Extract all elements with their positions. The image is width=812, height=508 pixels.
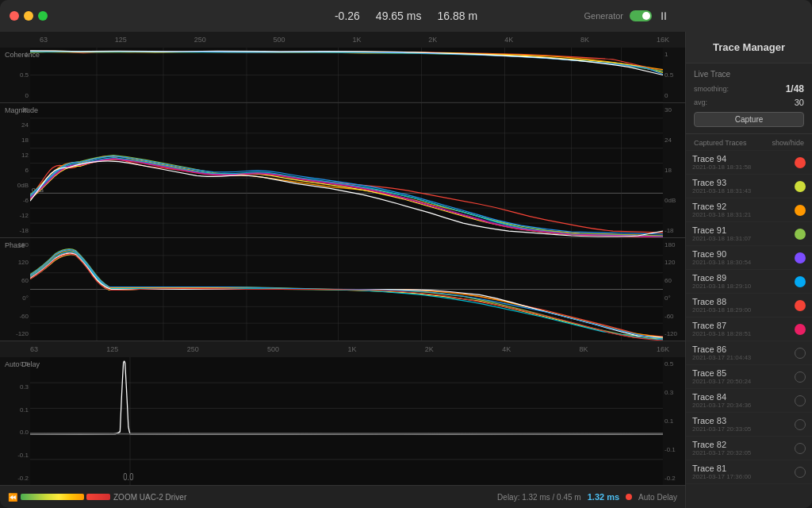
coherence-panel: Coherence 1 0.5 0 1 0.5 0 bbox=[0, 48, 685, 103]
phase-panel: Phase 180 120 60 0° -60 -120 180 120 60 … bbox=[0, 238, 685, 341]
status-bar: ⏪ ZOOM UAC-2 Driver Delay: 1.32 ms / 0.4… bbox=[0, 486, 685, 508]
close-button[interactable] bbox=[10, 11, 19, 21]
trace-name: Trace 90 bbox=[692, 249, 790, 259]
trace-color-dot[interactable] bbox=[795, 419, 806, 430]
live-trace-label: Live Trace bbox=[694, 70, 804, 79]
auto-delay-label: Auto Delay bbox=[638, 493, 677, 502]
freq-label-125: 125 bbox=[115, 36, 127, 44]
pause-button[interactable]: ⏸ bbox=[658, 10, 669, 22]
delay-y-axis-right: 0.5 0.3 0.1 -0.1 -0.2 bbox=[663, 357, 685, 485]
trace-color-dot[interactable] bbox=[795, 371, 806, 383]
trace-item[interactable]: Trace 942021-03-18 18:31:58 bbox=[686, 151, 812, 175]
maximize-button[interactable] bbox=[38, 11, 48, 21]
freq-labels-bottom: 63 125 250 500 1K 2K 4K 8K 16K bbox=[30, 345, 685, 353]
svg-rect-43 bbox=[30, 357, 663, 485]
trace-color-dot[interactable] bbox=[795, 205, 806, 216]
trace-item[interactable]: Trace 812021-03-17 17:36:00 bbox=[686, 460, 812, 484]
titlebar: -0.26 49.65 ms 16.88 m Generator ⏸ bbox=[0, 0, 812, 32]
status-delay-section: Delay: 1.32 ms / 0.45 m 1.32 ms Auto Del… bbox=[497, 492, 677, 502]
trace-date: 2021-03-18 18:31:07 bbox=[692, 235, 790, 242]
trace-color-dot[interactable] bbox=[795, 324, 806, 335]
freq-bot-1k: 1K bbox=[347, 345, 356, 353]
trace-color-dot[interactable] bbox=[795, 467, 806, 478]
trace-name: Trace 87 bbox=[692, 321, 790, 330]
delay-panel-label: Auto Delay bbox=[5, 360, 40, 368]
trace-item[interactable]: Trace 932021-03-18 18:31:43 bbox=[686, 175, 812, 198]
freq-label-250: 250 bbox=[194, 36, 206, 44]
smoothing-value: 1/48 bbox=[786, 83, 804, 94]
status-bar-left: ⏪ ZOOM UAC-2 Driver bbox=[8, 493, 186, 502]
trace-date: 2021-03-17 17:36:00 bbox=[692, 473, 790, 480]
freq-label-2k: 2K bbox=[428, 36, 437, 44]
trace-color-dot[interactable] bbox=[795, 276, 806, 287]
trace-color-dot[interactable] bbox=[795, 252, 806, 264]
avg-value: 30 bbox=[795, 98, 804, 107]
trace-color-dot[interactable] bbox=[795, 229, 806, 240]
trace-name: Trace 89 bbox=[692, 273, 790, 283]
trace-item[interactable]: Trace 862021-03-17 21:04:43 bbox=[686, 341, 812, 365]
trace-item[interactable]: Trace 922021-03-18 18:31:21 bbox=[686, 198, 812, 222]
freq-label-63: 63 bbox=[40, 36, 48, 44]
trace-item[interactable]: Trace 892021-03-18 18:29:10 bbox=[686, 270, 812, 294]
svg-text:0.0: 0.0 bbox=[123, 471, 133, 483]
trace-date: 2021-03-18 18:31:58 bbox=[692, 164, 790, 171]
auto-delay-dot bbox=[626, 494, 632, 500]
trace-item[interactable]: Trace 842021-03-17 20:34:36 bbox=[686, 389, 812, 413]
trace-color-dot[interactable] bbox=[795, 395, 806, 406]
trace-item[interactable]: Trace 912021-03-18 18:31:07 bbox=[686, 222, 812, 246]
trace-color-dot[interactable] bbox=[795, 157, 806, 168]
coherence-y-axis-right: 1 0.5 0 bbox=[663, 48, 685, 102]
avg-label: avg: bbox=[694, 98, 707, 106]
captured-label: Captured Traces bbox=[694, 139, 747, 147]
trace-date: 2021-03-17 20:33:05 bbox=[692, 425, 790, 433]
generator-label: Generator bbox=[584, 11, 623, 21]
magnitude-y-axis-right: 30 24 18 0dB -18 bbox=[663, 103, 685, 237]
coherence-canvas[interactable] bbox=[30, 48, 663, 102]
phase-y-axis-right: 180 120 60 0° -60 -120 bbox=[663, 238, 685, 341]
trace-manager: Trace Manager Live Trace smoothing: 1/48… bbox=[685, 32, 812, 508]
magnitude-label: Magnitude bbox=[5, 106, 38, 114]
freq-label-500: 500 bbox=[274, 36, 285, 44]
freq-bot-250: 250 bbox=[187, 345, 199, 353]
trace-name: Trace 82 bbox=[692, 440, 790, 449]
delay-canvas[interactable]: 0.0 bbox=[30, 357, 663, 485]
trace-item[interactable]: Trace 902021-03-18 18:30:54 bbox=[686, 246, 812, 270]
freq-labels: 63 125 250 500 1K 2K 4K 8K 16K bbox=[40, 36, 685, 44]
metric-value1: -0.26 bbox=[335, 10, 360, 22]
delay-label: Delay: 1.32 ms / 0.45 m bbox=[497, 493, 581, 502]
freq-axis-bottom: 63 125 250 500 1K 2K 4K 8K 16K bbox=[0, 341, 685, 357]
trace-color-dot[interactable] bbox=[795, 181, 806, 192]
trace-color-dot[interactable] bbox=[795, 443, 806, 454]
freq-bot-16k: 16K bbox=[657, 345, 669, 353]
coherence-label: Coherence bbox=[5, 51, 40, 59]
trace-item[interactable]: Trace 822021-03-17 20:32:05 bbox=[686, 437, 812, 460]
phase-y-axis: 180 120 60 0° -60 -120 bbox=[0, 238, 30, 341]
minimize-button[interactable] bbox=[24, 11, 33, 21]
delay-value: 1.32 ms bbox=[588, 492, 619, 502]
traces-list: Trace 942021-03-18 18:31:58Trace 932021-… bbox=[686, 151, 812, 508]
app-window: -0.26 49.65 ms 16.88 m Generator ⏸ 63 12… bbox=[0, 0, 812, 508]
trace-name: Trace 81 bbox=[692, 464, 790, 473]
smoothing-row: smoothing: 1/48 bbox=[694, 83, 804, 94]
trace-name: Trace 86 bbox=[692, 344, 790, 354]
trace-date: 2021-03-17 21:04:43 bbox=[692, 354, 790, 361]
trace-date: 2021-03-18 18:29:10 bbox=[692, 283, 790, 290]
main-content: 63 125 250 500 1K 2K 4K 8K 16K Coherence… bbox=[0, 32, 812, 508]
trace-name: Trace 91 bbox=[692, 225, 790, 235]
trace-item[interactable]: Trace 852021-03-17 20:50:24 bbox=[686, 365, 812, 389]
trace-color-dot[interactable] bbox=[795, 348, 806, 359]
trace-item[interactable]: Trace 882021-03-18 18:29:00 bbox=[686, 294, 812, 318]
show-hide-label: show/hide bbox=[772, 139, 804, 147]
trace-color-dot[interactable] bbox=[795, 300, 806, 311]
trace-item[interactable]: Trace 872021-03-18 18:28:51 bbox=[686, 318, 812, 341]
capture-button[interactable]: Capture bbox=[694, 112, 804, 127]
trace-name: Trace 88 bbox=[692, 297, 790, 306]
phase-canvas[interactable] bbox=[30, 238, 663, 341]
freq-label-16k: 16K bbox=[657, 36, 669, 44]
magnitude-canvas[interactable]: 0dB bbox=[30, 103, 663, 237]
metric-value2: 49.65 ms bbox=[376, 10, 422, 22]
generator-toggle[interactable] bbox=[630, 10, 652, 21]
trace-date: 2021-03-18 18:29:00 bbox=[692, 306, 790, 314]
freq-bot-4k: 4K bbox=[502, 345, 511, 353]
trace-item[interactable]: Trace 832021-03-17 20:33:05 bbox=[686, 413, 812, 437]
